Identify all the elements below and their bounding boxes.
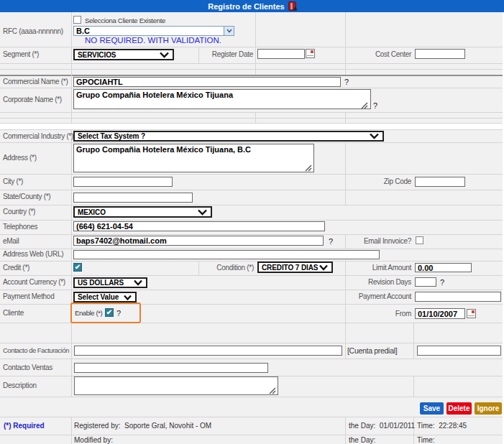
chevron-down-icon [369,133,380,139]
section-gap [0,124,504,129]
email-help[interactable]: ? [329,237,333,246]
divider [0,174,503,175]
modified-by: Modified by: [74,436,113,444]
corporate-name-label: Corporate Name (*) [3,96,62,104]
cliente-label: Cliente [3,309,24,318]
revision-days-label: Revision Days [345,278,411,287]
rfc-combobox[interactable]: B.C [73,26,234,36]
commercial-industry-select[interactable]: Select Tax System ? [73,131,384,142]
condition-select[interactable]: CREDITO 7 DIAS [257,262,333,273]
divider [413,376,414,397]
limit-amount-input[interactable]: 0.00 [415,263,472,272]
cost-center-input[interactable] [415,49,465,59]
contacto-ventas-label: Contacto Ventas [3,364,52,372]
segment-select-value: SERVICIOS [78,51,116,59]
select-existing-client-checkbox[interactable] [73,16,81,24]
ignore-button[interactable]: Ignore [475,402,502,415]
dropdown-arrow-icon[interactable] [224,27,234,35]
commercial-industry-select-value: Select Tax System ? [78,132,145,140]
calendar-icon[interactable] [467,309,476,318]
enable-help[interactable]: ? [116,309,121,318]
segment-select[interactable]: SERVICIOS [73,49,174,60]
commercial-name-input[interactable]: GPOCIAHTL [73,77,341,87]
divider [0,397,503,397]
account-currency-select-value: US DOLLARS [78,279,124,287]
enable-checkbox[interactable]: ✔ [105,308,114,317]
email-input[interactable]: baps7402@hotmail.com [73,236,324,246]
zip-code-input[interactable] [415,177,465,187]
condition-label: Condition (*) [198,264,254,272]
contacto-facturacion-input[interactable] [74,346,342,356]
divider [0,69,503,70]
registro-de-clientes-form: Registro de Clientes RFC (aaaa-nnnnnn) S… [0,0,504,444]
payment-account-input[interactable] [415,292,501,302]
divider [345,12,346,75]
city-label: City (*) [3,177,23,186]
contacto-facturacion-label: Contacto de Facturación [3,346,69,355]
modified-time: Time: [417,436,435,444]
corporate-name-textarea[interactable]: Grupo Compañia Hotelera México Tijuana [73,89,371,109]
credit-checkbox[interactable]: ✔ [73,263,82,272]
city-input[interactable] [73,177,173,187]
revision-days-input[interactable] [415,277,436,287]
divider [71,417,72,444]
credit-label: Credit (*) [3,264,29,272]
divider [0,261,503,262]
divider [0,63,503,64]
revision-days-help[interactable]: ? [440,278,444,287]
description-textarea[interactable] [74,376,278,395]
commercial-name-help[interactable]: ? [344,78,349,86]
commercial-industry-label: Commercial Industry (*) [3,132,73,141]
corporate-name-help[interactable]: ? [373,101,377,110]
form-icon [288,1,296,11]
contacto-ventas-input[interactable] [74,363,268,373]
telephones-label: Telephones [3,223,37,231]
chevron-down-icon [159,52,170,58]
register-date-input[interactable] [257,49,305,59]
page-title: Registro de Clientes [208,2,284,11]
divider [0,88,503,88]
divider [345,142,346,205]
chevron-down-icon [123,295,132,300]
state-county-label: State/County (*) [3,193,50,201]
payment-method-select[interactable]: Select Value [73,292,137,302]
divider [0,112,503,113]
rfc-validation-note: NO REQUIRED. WITH VALIDATION. [85,36,221,45]
address-textarea[interactable]: Grupo Compañia Hotelera México Tijuana, … [73,144,314,172]
country-select[interactable]: MEXICO [73,206,212,218]
chevron-down-icon [197,209,208,216]
from-date-input[interactable]: 01/10/2007 [415,308,465,319]
state-county-input[interactable] [73,193,193,203]
telephones-input[interactable]: (664) 621-04-54 [73,221,325,231]
resize-handle[interactable] [269,387,276,394]
required-note: (*) Required [4,422,45,430]
enable-label: Enable (*) [75,309,102,318]
divider [0,142,503,143]
chevron-down-icon [319,264,329,271]
divider [0,118,503,119]
registered-by: Registered by: Soporte Gral, Novohit - O… [74,422,211,430]
address-web-input[interactable] [73,250,380,259]
email-invoice-checkbox[interactable] [416,236,423,244]
divider [345,417,346,444]
cost-center-label: Cost Center [345,50,411,59]
email-label: eMail [3,237,19,246]
save-button[interactable]: Save [420,402,444,415]
resize-handle[interactable] [305,165,312,172]
cuenta-predial-input[interactable] [417,346,501,356]
payment-method-label: Payment Method [3,292,54,301]
divider [0,343,503,343]
registered-day: the Day: 01/01/2011 [349,422,415,430]
divider [0,417,503,417]
divider [0,47,503,47]
divider [0,249,503,249]
rfc-label: RFC (aaaa-nnnnnn) [3,27,63,36]
resize-handle[interactable] [361,102,368,109]
address-label: Address (*) [3,154,37,162]
calendar-icon[interactable] [306,49,315,58]
account-currency-select[interactable]: US DOLLARS [73,277,147,288]
divider [71,12,72,123]
delete-button[interactable]: Delete [446,402,472,415]
divider [0,359,503,359]
country-label: Country (*) [3,208,35,216]
